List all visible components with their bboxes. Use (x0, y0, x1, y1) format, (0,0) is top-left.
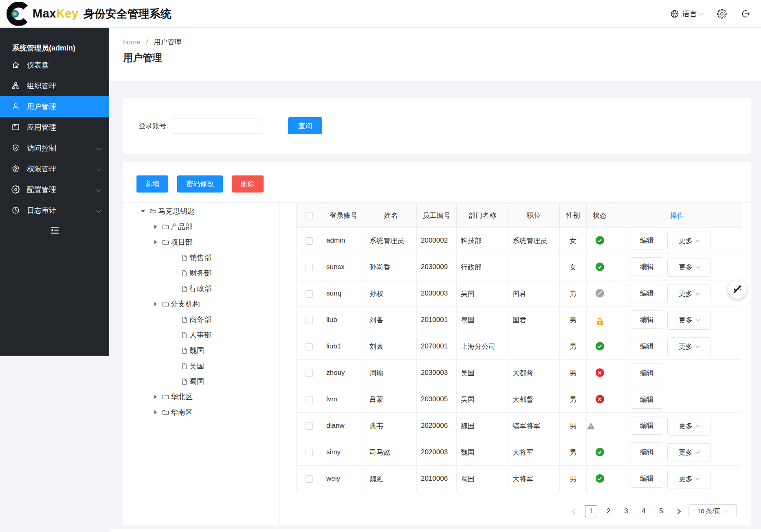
login-account-input[interactable] (172, 118, 262, 134)
file-icon (180, 254, 188, 262)
cell-gender: 女 (560, 254, 587, 280)
sidebar-item-organization[interactable]: 组织管理 (0, 75, 109, 96)
edit-button[interactable]: 编辑 (631, 390, 663, 409)
tree-node[interactable]: 行政部 (123, 281, 279, 296)
change-password-button[interactable]: 密码修改 (177, 175, 223, 193)
file-icon (180, 285, 188, 293)
row-checkbox[interactable] (306, 449, 313, 456)
page-button-1[interactable]: 1 (585, 505, 597, 517)
edit-button[interactable]: 编辑 (631, 257, 663, 276)
page-button-4[interactable]: 4 (638, 505, 650, 517)
page-size-select[interactable]: 10 条/页 (688, 504, 737, 518)
sidebar-item-config[interactable]: 配置管理 (0, 179, 109, 200)
delete-button[interactable]: 删除 (232, 175, 264, 193)
tree-node[interactable]: 华南区 (123, 405, 279, 420)
caret-down-icon[interactable] (141, 210, 145, 212)
language-selector[interactable]: 语言 (670, 9, 703, 19)
cell-department: 魏国 (457, 439, 508, 466)
sidebar-item-users[interactable]: 用户管理 (0, 96, 109, 117)
row-checkbox[interactable] (306, 237, 313, 245)
tree-node[interactable]: 蜀国 (123, 374, 279, 389)
edit-button[interactable]: 编辑 (631, 416, 663, 435)
pagination: 1234510 条/页 (569, 504, 737, 518)
sidebar-item-permissions[interactable]: 权限管理 (0, 158, 109, 179)
more-button[interactable]: 更多 (667, 232, 710, 250)
chevron-left-icon (572, 509, 577, 514)
edit-button[interactable]: 编辑 (631, 337, 663, 355)
sidebar-item-dashboard[interactable]: 仪表盘 (0, 55, 109, 75)
page-button-2[interactable]: 2 (603, 505, 615, 517)
cell-status (587, 413, 613, 439)
file-icon (180, 347, 188, 355)
access-icon (11, 144, 20, 152)
more-button[interactable]: 更多 (667, 258, 710, 277)
logout-icon[interactable] (741, 9, 750, 19)
cell-job: 镇军将军 (508, 413, 560, 439)
more-button[interactable]: 更多 (667, 337, 710, 356)
sidebar-item-applications[interactable]: 应用管理 (0, 117, 109, 138)
tree-node[interactable]: 分支机构 (123, 296, 279, 312)
cell-name: 吕蒙 (365, 386, 417, 413)
chevron-right-icon (675, 509, 681, 514)
caret-right-icon[interactable] (154, 225, 157, 229)
sidebar-item-access[interactable]: 访问控制 (0, 138, 109, 158)
row-checkbox[interactable] (306, 264, 313, 271)
tree-node[interactable]: 销售部 (123, 250, 279, 265)
more-button[interactable]: 更多 (667, 443, 710, 462)
edit-button[interactable]: 编辑 (631, 442, 663, 461)
tree-node-label: 华北区 (171, 392, 193, 402)
caret-right-icon[interactable] (154, 410, 157, 414)
tree-node[interactable]: 项目部 (123, 234, 279, 250)
more-label: 更多 (679, 421, 693, 431)
chevron-down-icon (96, 146, 101, 150)
page-button-5[interactable]: 5 (655, 505, 667, 517)
chevron-down-icon (96, 187, 101, 192)
tree-node[interactable]: 商务部 (123, 312, 279, 327)
folder-icon (162, 239, 169, 246)
edit-button[interactable]: 编辑 (631, 363, 663, 382)
more-button[interactable]: 更多 (667, 285, 710, 303)
next-page-button[interactable] (673, 505, 683, 517)
edit-button[interactable]: 编辑 (631, 310, 663, 329)
row-checkbox[interactable] (306, 317, 313, 324)
tree-node[interactable]: 人事部 (123, 327, 279, 343)
query-button[interactable]: 查询 (288, 117, 322, 134)
row-checkbox[interactable] (306, 423, 313, 430)
brand-subtitle: 身份安全管理系统 (84, 7, 172, 21)
row-checkbox[interactable] (306, 475, 313, 483)
breadcrumb-home[interactable]: home (123, 38, 141, 46)
row-checkbox[interactable] (306, 396, 313, 403)
sidebar-item-audit[interactable]: 日志审计 (0, 200, 109, 221)
caret-right-icon[interactable] (154, 240, 157, 244)
more-button[interactable]: 更多 (667, 470, 710, 488)
tree-node[interactable]: 财务部 (123, 265, 279, 281)
caret-right-icon[interactable] (154, 395, 157, 399)
tree-node-label: 行政部 (189, 284, 211, 293)
gear-icon[interactable] (717, 9, 727, 19)
row-checkbox[interactable] (306, 370, 313, 377)
edit-button[interactable]: 编辑 (631, 231, 663, 250)
tree-node[interactable]: 魏国 (123, 343, 279, 358)
edit-button[interactable]: 编辑 (631, 469, 663, 488)
language-label: 语言 (682, 9, 697, 19)
row-checkbox[interactable] (306, 343, 313, 350)
add-button[interactable]: 新增 (136, 175, 168, 193)
prev-page-button[interactable] (569, 505, 580, 517)
tree-node[interactable]: 产品部 (123, 219, 279, 234)
select-all-checkbox[interactable] (306, 212, 313, 219)
magic-wand-fab[interactable] (728, 280, 747, 299)
tree-node[interactable]: 华北区 (123, 389, 279, 405)
more-button[interactable]: 更多 (667, 311, 710, 330)
cell-login: weiy (322, 466, 365, 492)
row-checkbox[interactable] (306, 290, 313, 298)
tree-node[interactable]: 马克思钥匙 (123, 204, 279, 219)
more-button[interactable]: 更多 (667, 417, 710, 436)
menu-fold-icon[interactable] (49, 225, 60, 236)
brand-name-max: Max (33, 7, 56, 20)
edit-button[interactable]: 编辑 (631, 284, 663, 302)
caret-right-icon[interactable] (154, 302, 157, 306)
tree-node[interactable]: 吴国 (123, 358, 279, 374)
footer-strip (109, 529, 761, 532)
page-button-3[interactable]: 3 (620, 505, 632, 517)
table-row: dianw典韦2020006魏国镇军将军男编辑更多 (297, 413, 741, 439)
